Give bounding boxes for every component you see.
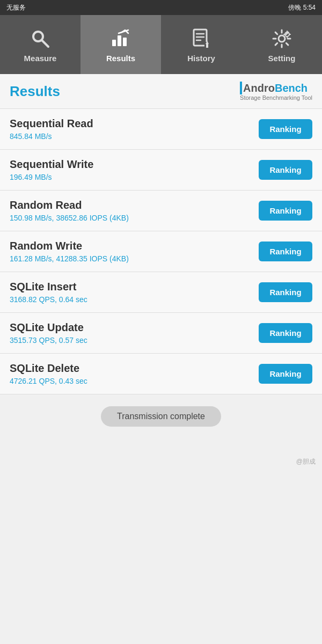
results-list: Sequential Read 845.84 MB/s Ranking Sequ… [0,109,322,394]
result-info: SQLite Delete 4726.21 QPS, 0.43 sec [10,362,259,385]
tab-measure[interactable]: Measure [0,15,80,74]
result-info: SQLite Insert 3168.82 QPS, 0.64 sec [10,281,259,304]
svg-rect-3 [118,35,121,46]
setting-icon [270,27,294,50]
watermark: @胆成 [296,457,316,466]
tab-setting[interactable]: Setting [241,15,322,74]
ranking-button[interactable]: Ranking [259,364,312,384]
svg-rect-12 [206,44,208,48]
svg-line-18 [275,32,277,34]
result-name: SQLite Update [10,321,259,334]
brand-logo: AndroBench Storage Benchmarking Tool [240,82,312,101]
ranking-button[interactable]: Ranking [259,201,312,221]
svg-rect-2 [112,40,116,46]
result-value: 845.84 MB/s [10,132,259,141]
ranking-button[interactable]: Ranking [259,323,312,343]
result-name: Random Write [10,240,259,252]
tab-results[interactable]: Results [80,15,161,74]
svg-rect-4 [123,38,127,46]
history-icon [189,27,213,50]
status-left: 无服务 [6,3,26,12]
result-info: Sequential Read 845.84 MB/s [10,118,259,141]
ranking-button[interactable]: Ranking [259,160,312,180]
brand-andro: Andro [243,82,275,94]
result-name: Random Read [10,199,259,211]
ranking-button[interactable]: Ranking [259,282,312,302]
transmission-bar: Transmission complete [0,394,322,438]
transmission-message: Transmission complete [101,406,221,427]
result-row: Random Write 161.28 MB/s, 41288.35 IOPS … [0,231,322,272]
tab-measure-label: Measure [24,54,57,63]
result-value: 4726.21 QPS, 0.43 sec [10,377,259,385]
status-bar: 无服务 傍晚 5:54 [0,0,322,15]
result-info: SQLite Update 3515.73 QPS, 0.57 sec [10,321,259,345]
result-row: Sequential Read 845.84 MB/s Ranking [0,109,322,150]
results-header: Results AndroBench Storage Benchmarking … [0,74,322,109]
result-row: SQLite Update 3515.73 QPS, 0.57 sec Rank… [0,313,322,354]
watermark-area: @胆成 [0,438,322,471]
status-time: 傍晚 5:54 [288,3,316,12]
result-row: Random Read 150.98 MB/s, 38652.86 IOPS (… [0,191,322,231]
svg-line-19 [286,43,288,45]
tab-history-label: History [187,54,215,63]
svg-point-13 [279,35,285,42]
brand-sub: Storage Benchmarking Tool [240,94,312,101]
result-value: 3515.73 QPS, 0.57 sec [10,336,259,345]
brand-bench: Bench [275,82,308,94]
result-value: 196.49 MB/s [10,173,259,181]
tab-history[interactable]: History [161,15,241,74]
tab-setting-label: Setting [268,54,296,63]
ranking-button[interactable]: Ranking [259,241,312,261]
result-info: Random Read 150.98 MB/s, 38652.86 IOPS (… [10,199,259,222]
tab-results-label: Results [106,54,135,63]
result-value: 150.98 MB/s, 38652.86 IOPS (4KB) [10,214,259,222]
result-row: SQLite Insert 3168.82 QPS, 0.64 sec Rank… [0,272,322,313]
result-info: Sequential Write 196.49 MB/s [10,158,259,181]
tab-bar: Measure Results [0,15,322,74]
measure-icon [28,27,52,50]
result-row: SQLite Delete 4726.21 QPS, 0.43 sec Rank… [0,354,322,394]
result-value: 3168.82 QPS, 0.64 sec [10,295,259,304]
ranking-button[interactable]: Ranking [259,119,312,139]
brand-name: AndroBench [240,82,312,94]
result-value: 161.28 MB/s, 41288.35 IOPS (4KB) [10,254,259,263]
svg-line-21 [275,43,277,45]
result-name: Sequential Read [10,118,259,130]
result-name: SQLite Delete [10,362,259,375]
result-name: Sequential Write [10,158,259,171]
result-name: SQLite Insert [10,281,259,293]
result-row: Sequential Write 196.49 MB/s Ranking [0,150,322,191]
svg-line-1 [42,40,48,47]
result-info: Random Write 161.28 MB/s, 41288.35 IOPS … [10,240,259,263]
page-title: Results [10,83,60,100]
brand-bar [240,82,242,94]
results-icon [109,27,133,50]
